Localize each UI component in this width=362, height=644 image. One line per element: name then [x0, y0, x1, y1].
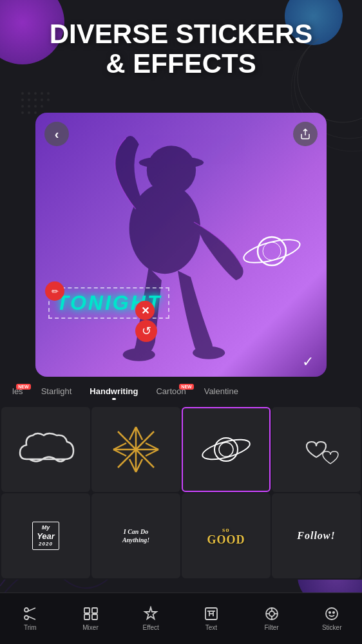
svg-point-15 — [34, 105, 37, 108]
back-icon: ‹ — [55, 127, 59, 142]
svg-line-37 — [129, 459, 136, 472]
pencil-icon: ✏ — [52, 287, 59, 296]
svg-line-34 — [146, 443, 158, 450]
tab-handwriting[interactable]: Handwriting — [81, 384, 147, 399]
tool-filter[interactable]: Filter — [242, 606, 302, 631]
mixer-label: Mixer — [82, 624, 98, 631]
svg-point-5 — [34, 92, 37, 95]
svg-point-18 — [28, 111, 30, 114]
tab-tiles[interactable]: NEW les — [3, 384, 32, 399]
svg-point-27 — [263, 242, 281, 260]
sticker-icon — [324, 606, 339, 621]
svg-point-64 — [333, 612, 334, 613]
sticker-my-year[interactable]: My Year 2020 — [1, 493, 90, 578]
sticker-cloud[interactable] — [1, 407, 90, 492]
share-button[interactable] — [293, 122, 318, 146]
checkmark-icon: ✓ — [302, 354, 314, 370]
video-bg: ‹ TONIGHT ✏ ✕ ↺ — [35, 113, 327, 377]
sticker-hearts[interactable] — [272, 407, 361, 492]
bottom-toolbar: Trim Mixer Effect Text Filter — [0, 592, 362, 644]
svg-rect-47 — [84, 608, 90, 613]
close-icon: ✕ — [141, 305, 149, 317]
svg-point-7 — [47, 92, 50, 95]
category-tabs: NEW les Starlight Handwriting NEW Cartoo… — [0, 377, 362, 406]
sticker-follow[interactable]: Follow! — [272, 493, 361, 578]
svg-point-23 — [123, 348, 155, 361]
trim-icon — [23, 606, 38, 621]
sticker-label: Sticker — [322, 624, 342, 631]
svg-point-21 — [147, 146, 196, 194]
new-badge-cartoon: NEW — [179, 384, 193, 390]
filter-label: Filter — [264, 624, 278, 631]
svg-point-26 — [242, 235, 302, 267]
svg-point-62 — [326, 608, 338, 620]
sticker-i-can-do[interactable]: I Can Do Anything! — [91, 493, 180, 578]
svg-rect-50 — [92, 614, 97, 620]
svg-line-39 — [113, 450, 126, 456]
svg-point-42 — [219, 442, 233, 457]
effect-label: Effect — [142, 624, 158, 631]
svg-point-13 — [21, 105, 24, 108]
checkmark-button[interactable]: ✓ — [302, 354, 314, 370]
svg-line-33 — [129, 427, 136, 440]
sticker-grid: My Year 2020 I Can Do Anything! so GOOD … — [0, 406, 362, 580]
text-icon — [204, 606, 219, 621]
mixer-icon — [83, 606, 99, 621]
sticker-saturn[interactable] — [182, 407, 271, 492]
svg-line-38 — [113, 443, 126, 450]
svg-point-17 — [21, 111, 24, 114]
svg-point-63 — [329, 612, 330, 613]
svg-point-12 — [47, 99, 50, 101]
text-label: Text — [205, 624, 217, 631]
tool-text[interactable]: Text — [181, 606, 242, 631]
tool-trim[interactable]: Trim — [0, 606, 61, 631]
redo-button[interactable]: ↺ — [135, 320, 157, 342]
svg-point-14 — [28, 105, 30, 108]
svg-point-4 — [28, 92, 30, 95]
svg-point-16 — [41, 105, 43, 108]
svg-point-24 — [193, 346, 225, 359]
svg-rect-48 — [92, 608, 97, 613]
svg-line-32 — [136, 427, 142, 440]
new-badge-tiles: NEW — [16, 384, 30, 390]
svg-point-22 — [139, 156, 204, 169]
tab-starlight[interactable]: Starlight — [32, 384, 81, 399]
svg-point-3 — [21, 92, 24, 95]
saturn-sticker-video — [236, 229, 307, 274]
sticker-so-good[interactable]: so GOOD — [182, 493, 271, 578]
svg-point-6 — [41, 92, 43, 95]
sticker-starburst[interactable] — [91, 407, 180, 492]
header-title-line2: & EFFECTS — [106, 48, 256, 79]
tab-valentine[interactable]: Valentine — [195, 384, 247, 399]
video-frame: ‹ TONIGHT ✏ ✕ ↺ — [35, 113, 327, 377]
tab-cartoon[interactable]: NEW Cartoon — [147, 384, 195, 399]
svg-point-57 — [269, 611, 274, 616]
back-button[interactable]: ‹ — [44, 122, 69, 146]
svg-point-41 — [200, 436, 252, 464]
svg-line-36 — [136, 459, 142, 472]
close-button[interactable]: ✕ — [135, 301, 155, 320]
tool-sticker[interactable]: Sticker — [301, 606, 362, 631]
svg-rect-49 — [84, 614, 90, 620]
svg-point-11 — [41, 99, 43, 101]
svg-point-9 — [28, 99, 30, 101]
edit-button[interactable]: ✏ — [45, 281, 64, 301]
header-title: DIVERSE STICKERS & EFFECTS — [0, 19, 362, 79]
tool-mixer[interactable]: Mixer — [61, 606, 121, 631]
redo-icon: ↺ — [142, 324, 151, 338]
trim-label: Trim — [24, 624, 37, 631]
effect-icon — [143, 606, 158, 621]
svg-point-10 — [34, 99, 37, 101]
svg-point-8 — [21, 99, 24, 101]
filter-icon — [264, 606, 280, 621]
share-icon — [300, 128, 311, 140]
svg-line-35 — [146, 450, 158, 456]
tool-effect[interactable]: Effect — [120, 606, 181, 631]
header-title-line1: DIVERSE STICKERS — [50, 19, 312, 49]
